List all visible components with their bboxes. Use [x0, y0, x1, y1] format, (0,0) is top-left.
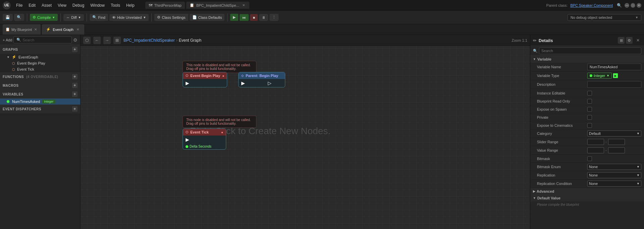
- title-tab-map[interactable]: 🗺 ThirdPersonMap: [145, 2, 185, 9]
- menu-asset[interactable]: Asset: [39, 2, 54, 8]
- expose-spawn-checkbox[interactable]: [587, 107, 592, 112]
- functions-add-button[interactable]: +: [72, 74, 78, 79]
- stop-button[interactable]: ■: [250, 14, 258, 21]
- bitmask-checkbox[interactable]: [587, 156, 592, 161]
- my-blueprint-tab[interactable]: 📋 My Blueprint ✕: [3, 24, 41, 35]
- pause-button[interactable]: ⏸: [259, 14, 268, 21]
- value-range-min[interactable]: [587, 147, 604, 153]
- replication-condition-select[interactable]: None ▼: [587, 181, 641, 187]
- menu-window[interactable]: Window: [88, 2, 107, 8]
- left-settings-icon[interactable]: ⚙: [73, 37, 78, 43]
- canvas-home-button[interactable]: ⊞: [113, 37, 121, 44]
- private-checkbox[interactable]: [587, 115, 592, 120]
- play-button[interactable]: ▶: [230, 14, 238, 21]
- save-button[interactable]: 💾: [3, 14, 13, 21]
- macros-add-button[interactable]: +: [72, 83, 78, 88]
- replication-text: None: [589, 173, 598, 177]
- event-graph-tree-item[interactable]: ▼ ⚡ EventGraph: [0, 54, 80, 60]
- debug-selector[interactable]: No debug object selected ▼: [567, 14, 641, 21]
- macros-section[interactable]: MACROS +: [0, 81, 80, 90]
- event-graph-tab[interactable]: ⚡ Event Graph ✕: [42, 24, 84, 35]
- variable-type-row: Variable Type Integer ▼ ▶: [530, 72, 644, 80]
- event-begin-play-node[interactable]: ⬡ Event Begin Play ● ▶: [183, 72, 227, 87]
- advanced-section-header[interactable]: ▶ Advanced: [530, 188, 644, 195]
- value-range-max[interactable]: [608, 147, 625, 153]
- variable-name-input[interactable]: [587, 64, 641, 70]
- diff-button[interactable]: ↔ Diff ▼: [63, 14, 84, 21]
- instance-editable-checkbox[interactable]: [587, 91, 592, 96]
- canvas-back-button[interactable]: ⬡: [83, 37, 91, 44]
- menu-tools[interactable]: Tools: [108, 2, 123, 8]
- replication-select[interactable]: None ▼: [587, 172, 641, 178]
- title-tab-blueprint[interactable]: 📋 BPC_ImpatientChildSpe... ✕: [186, 2, 249, 9]
- add-button[interactable]: + Add: [3, 38, 12, 42]
- compile-button[interactable]: ⚙ Compile ▼: [30, 14, 58, 21]
- variable-name-label: Variable Name: [537, 65, 587, 69]
- variables-section[interactable]: VARIABLES +: [0, 90, 80, 99]
- parent-class-value[interactable]: BPC Speaker Component: [570, 3, 613, 7]
- event-dispatchers-section[interactable]: EVENT DISPATCHERS +: [0, 105, 80, 113]
- graphs-section[interactable]: GRAPHS +: [0, 45, 80, 54]
- node-tick-close-icon[interactable]: ●: [221, 130, 223, 134]
- find-label: Find: [98, 15, 105, 20]
- blueprint-readonly-checkbox[interactable]: [587, 99, 592, 104]
- menu-help[interactable]: Help: [123, 2, 137, 8]
- slider-range-min[interactable]: [587, 139, 604, 145]
- canvas-prev-button[interactable]: ←: [93, 37, 101, 44]
- menu-edit[interactable]: Edit: [26, 2, 38, 8]
- compile-dropdown-icon[interactable]: ▼: [52, 16, 55, 19]
- slider-range-dash: -: [605, 140, 607, 144]
- browse-button[interactable]: 🔍: [14, 14, 24, 21]
- slider-range-max[interactable]: [608, 139, 625, 145]
- default-value-section-header[interactable]: ▼ Default Value: [530, 195, 644, 201]
- canvas[interactable]: ⬡ ← → ⊞ BPC_ImpatientChildSpeaker › Even…: [81, 35, 530, 229]
- class-settings-button[interactable]: ⚙ Class Settings: [154, 14, 188, 21]
- event-graph-close[interactable]: ✕: [76, 27, 80, 32]
- expose-cinematics-checkbox[interactable]: [587, 123, 592, 128]
- canvas-next-button[interactable]: →: [103, 37, 111, 44]
- step-button[interactable]: ⏭: [240, 14, 249, 21]
- event-tick-item[interactable]: ⬡ Event Tick: [0, 66, 80, 72]
- menu-file[interactable]: File: [13, 2, 25, 8]
- category-row: Category Default ▼: [530, 129, 644, 138]
- class-defaults-button[interactable]: 📄 Class Defaults: [190, 14, 225, 21]
- event-begin-play-item[interactable]: ⬡ Event Begin Play: [0, 60, 80, 66]
- toolbar-divider-1: [27, 13, 27, 22]
- my-blueprint-close[interactable]: ✕: [33, 27, 38, 32]
- details-close-button[interactable]: ✕: [635, 37, 641, 43]
- parent-begin-play-node[interactable]: ◇ Parent: Begin Play ▶ ▷: [238, 72, 285, 87]
- event-tick-node[interactable]: ⬡ Event Tick ● ▶ Delta Seconds: [183, 128, 226, 150]
- functions-section[interactable]: FUNCTIONS (4 OVERRIDABLE) +: [0, 72, 80, 81]
- title-bar: UE File Edit Asset View Debug Window Too…: [0, 0, 644, 11]
- hide-unrelated-button[interactable]: 👁 Hide Unrelated ▼: [109, 14, 149, 21]
- left-search-box[interactable]: 🔍 Search: [13, 36, 72, 43]
- blueprint-readonly-label: Blueprint Read Only: [537, 99, 587, 103]
- graphs-add-button[interactable]: +: [72, 47, 78, 52]
- variable-section-header[interactable]: ▼ Variable: [530, 56, 644, 63]
- debug-more-button[interactable]: ⋮: [269, 14, 279, 21]
- variable-type-select[interactable]: Integer ▼: [587, 73, 612, 79]
- bitmask-enum-select[interactable]: None ▼: [587, 164, 641, 170]
- num-times-asked-variable[interactable]: NumTimesAsked Integer: [0, 99, 80, 105]
- close-button[interactable]: ✕: [637, 3, 641, 8]
- maximize-button[interactable]: □: [631, 3, 635, 8]
- find-button[interactable]: 🔍 Find: [90, 14, 108, 21]
- grid-view-button[interactable]: ⊞: [618, 37, 625, 44]
- details-search-input[interactable]: [539, 47, 641, 54]
- category-select[interactable]: Default ▼: [587, 130, 641, 137]
- variables-add-button[interactable]: +: [72, 91, 78, 97]
- var-type-array-toggle[interactable]: ▶: [613, 73, 618, 78]
- hide-dropdown-icon[interactable]: ▼: [143, 16, 146, 19]
- bp-tab-close[interactable]: ✕: [241, 3, 246, 7]
- settings-icon-button[interactable]: ⚙: [626, 37, 633, 44]
- description-input[interactable]: [587, 81, 641, 88]
- breadcrumb-root[interactable]: BPC_ImpatientChildSpeaker: [123, 38, 175, 43]
- menu-view[interactable]: View: [55, 2, 69, 8]
- search-icon[interactable]: 🔍: [617, 3, 622, 8]
- dispatchers-add-button[interactable]: +: [72, 106, 78, 112]
- menu-debug[interactable]: Debug: [70, 2, 87, 8]
- node-close-icon[interactable]: ●: [222, 74, 224, 78]
- diff-dropdown-icon[interactable]: ▼: [78, 16, 81, 19]
- minimize-button[interactable]: —: [625, 3, 629, 8]
- parent-class-label: Parent class:: [546, 3, 568, 7]
